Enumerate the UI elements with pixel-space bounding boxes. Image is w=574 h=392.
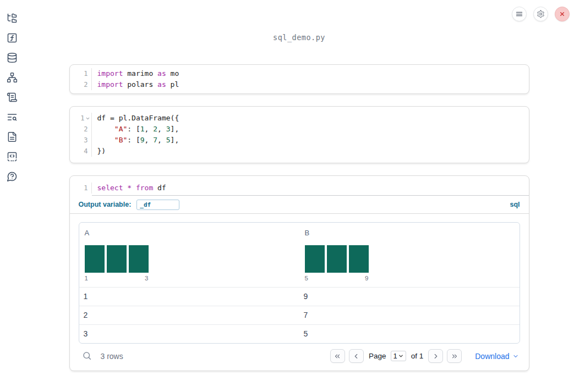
histogram: 1 3 xyxy=(85,245,295,281)
chevron-right-icon xyxy=(432,352,440,360)
table-cell: 2 xyxy=(79,306,299,324)
table-row[interactable]: 3 5 xyxy=(79,325,520,343)
logs-icon[interactable] xyxy=(7,92,18,103)
histogram-bar xyxy=(327,245,347,273)
table-cell: 3 xyxy=(79,325,299,343)
table-cell: 7 xyxy=(299,306,520,324)
sql-editor[interactable]: select * from df xyxy=(92,183,529,194)
hamburger-menu-button[interactable] xyxy=(512,7,527,21)
output-variable-input[interactable] xyxy=(136,200,179,210)
page-select[interactable]: 1 xyxy=(391,351,406,361)
chevron-left-icon xyxy=(352,352,360,360)
chevron-down-icon xyxy=(398,353,404,359)
table-row[interactable]: 2 7 xyxy=(79,306,520,325)
variables-icon[interactable] xyxy=(7,32,18,43)
notebook-filename: sql_demo.py xyxy=(24,33,574,42)
table-row[interactable]: 1 9 xyxy=(79,288,520,306)
fold-chevron-icon[interactable] xyxy=(85,116,90,121)
code-line: "A": [1, 2, 3], xyxy=(97,124,529,135)
histogram-max-label: 3 xyxy=(145,275,148,281)
data-table: A 1 3 xyxy=(79,222,520,344)
file-explorer-icon[interactable] xyxy=(7,13,18,24)
search-logs-icon[interactable] xyxy=(7,112,18,123)
code-line: select * from df xyxy=(97,183,529,194)
output-variable-label: Output variable: xyxy=(79,201,132,208)
code-editor[interactable]: import marimo as mo import polars as pl xyxy=(92,68,529,90)
histogram-bar xyxy=(305,245,325,273)
histogram-max-label: 9 xyxy=(365,275,368,281)
histogram-bar xyxy=(107,245,127,273)
line-number-gutter: 1 2 3 4 xyxy=(70,113,92,157)
code-line: import marimo as mo xyxy=(97,68,529,79)
code-line: }) xyxy=(97,146,529,157)
column-header-a[interactable]: A 1 3 xyxy=(79,223,299,287)
next-page-button[interactable] xyxy=(428,349,443,363)
hamburger-menu-icon xyxy=(515,10,523,18)
first-page-button[interactable] xyxy=(330,349,345,363)
column-header-b[interactable]: B 5 9 xyxy=(299,223,520,287)
table-footer: 3 rows Page 1 of 1 xyxy=(79,349,520,365)
settings-gear-icon xyxy=(537,10,545,18)
page-label: Page xyxy=(369,352,386,360)
cell-output: A 1 3 xyxy=(70,213,529,371)
table-cell: 5 xyxy=(299,325,520,343)
chevron-down-icon xyxy=(512,353,519,360)
datasets-icon[interactable] xyxy=(7,52,18,63)
download-button[interactable]: Download xyxy=(475,352,518,361)
line-number-gutter: 1 xyxy=(70,183,92,194)
code-line: import polars as pl xyxy=(97,79,529,90)
table-cell: 1 xyxy=(79,288,299,306)
chevrons-right-icon xyxy=(451,352,458,360)
histogram-bar xyxy=(129,245,149,273)
pagination: Page 1 of 1 xyxy=(330,349,462,363)
histogram-bar xyxy=(85,245,105,273)
histogram: 5 9 xyxy=(305,245,515,281)
help-icon[interactable] xyxy=(7,171,18,182)
chevrons-left-icon xyxy=(334,352,341,360)
table-header: A 1 3 xyxy=(79,223,520,288)
table-cell: 9 xyxy=(299,288,520,306)
output-variable-row: Output variable: sql xyxy=(70,196,529,213)
shutdown-button[interactable] xyxy=(555,7,570,21)
window-toolbar xyxy=(512,7,570,21)
documentation-icon[interactable] xyxy=(7,131,18,142)
last-page-button[interactable] xyxy=(447,349,462,363)
snippets-icon[interactable] xyxy=(7,151,18,162)
page-of-label: of 1 xyxy=(411,352,424,360)
code-cell-dataframe[interactable]: 1 2 3 4 df = pl.DataFrame({ "A": [1, 2, … xyxy=(69,106,529,163)
previous-page-button[interactable] xyxy=(349,349,364,363)
histogram-bar xyxy=(349,245,369,273)
column-label: B xyxy=(305,229,515,237)
language-badge: sql xyxy=(510,201,520,208)
settings-button[interactable] xyxy=(533,7,548,21)
code-line: "B": [9, 7, 5], xyxy=(97,135,529,146)
notebook: 1 2 import marimo as mo import polars as… xyxy=(69,64,529,371)
code-line: df = pl.DataFrame({ xyxy=(97,113,529,124)
dependency-graph-icon[interactable] xyxy=(7,72,18,83)
left-sidebar xyxy=(0,0,24,392)
code-editor[interactable]: df = pl.DataFrame({ "A": [1, 2, 3], "B":… xyxy=(92,113,529,157)
code-cell-imports[interactable]: 1 2 import marimo as mo import polars as… xyxy=(69,64,529,94)
search-icon[interactable] xyxy=(82,351,93,362)
histogram-min-label: 5 xyxy=(305,275,308,281)
row-count: 3 rows xyxy=(101,352,123,361)
column-label: A xyxy=(85,229,295,237)
line-number-gutter: 1 2 xyxy=(70,68,92,90)
histogram-min-label: 1 xyxy=(85,275,88,281)
sql-cell[interactable]: 1 select * from df Output variable: sql … xyxy=(69,175,529,371)
close-x-icon xyxy=(558,10,566,18)
